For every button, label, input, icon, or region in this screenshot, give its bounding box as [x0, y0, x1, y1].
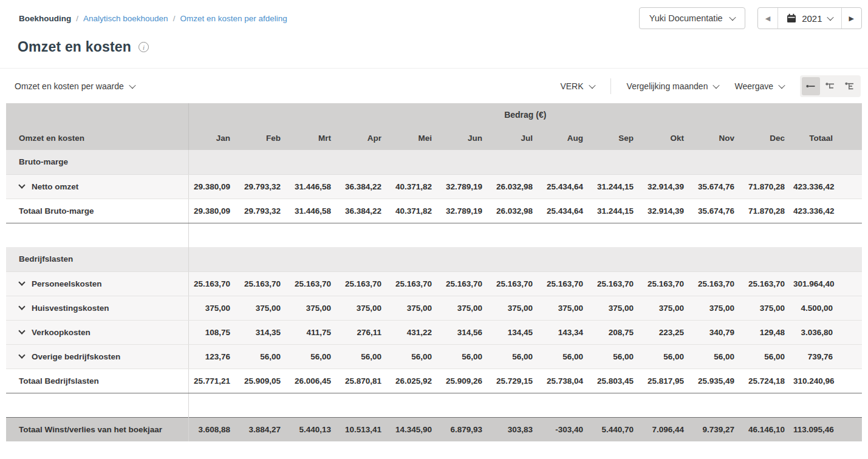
- row-label: Bedrijfslasten: [6, 247, 188, 271]
- cell-value: 56,00: [743, 344, 793, 369]
- cell-value: 431,22: [390, 320, 440, 344]
- amount-group-header: Bedrag (€): [188, 103, 862, 126]
- chevron-down-icon[interactable]: [18, 303, 25, 310]
- previous-year-button[interactable]: ◀: [758, 8, 777, 29]
- chevron-down-icon: [827, 14, 833, 21]
- cell-value: 5.440,13: [289, 417, 340, 441]
- row-label: Huisvestingskosten: [6, 296, 188, 320]
- table-row: Netto omzet29.380,0929.793,3231.446,5836…: [6, 174, 862, 199]
- table-row: Bedrijfslasten: [6, 247, 862, 271]
- chevron-down-icon[interactable]: [18, 279, 25, 285]
- toolbar: Omzet en kosten per waarde VERK Vergelij…: [0, 68, 868, 103]
- toolbar-divider: [610, 78, 611, 94]
- spacer-row: [6, 393, 862, 417]
- comparison-dropdown[interactable]: Vergelijking maanden: [627, 81, 719, 91]
- cell-value: 113.095,46: [793, 417, 862, 441]
- breadcrumb-item-boekhouding[interactable]: Boekhouding: [19, 14, 71, 23]
- cell-value: [188, 223, 239, 247]
- report-type-dropdown-label: Omzet en kosten per waarde: [15, 81, 124, 91]
- chevron-down-icon[interactable]: [18, 327, 25, 334]
- cell-value: 56,00: [692, 344, 743, 369]
- chevron-down-icon[interactable]: [18, 182, 25, 188]
- cell-value: 3.884,27: [239, 417, 289, 441]
- cell-value: 25.163,70: [541, 271, 592, 296]
- cell-value: 375,00: [642, 296, 692, 320]
- cell-value: 29.380,09: [188, 199, 239, 223]
- chevron-down-icon: [713, 81, 720, 88]
- cell-value: [692, 393, 743, 417]
- next-year-button[interactable]: ▶: [841, 8, 861, 29]
- cell-value: 208,75: [592, 320, 642, 344]
- cell-value: 6.879,93: [440, 417, 491, 441]
- cell-value: 56,00: [491, 344, 541, 369]
- cell-value: 25.163,70: [743, 271, 793, 296]
- cell-value: 25.935,49: [692, 369, 743, 393]
- administration-dropdown[interactable]: Yuki Documentatie: [639, 7, 745, 29]
- breadcrumb-item-analytisch-boekhouden[interactable]: Analytisch boekhouden: [83, 14, 168, 23]
- cell-value: 5.440,70: [592, 417, 642, 441]
- cell-value: [491, 150, 541, 174]
- revenue-costs-table: Bedrag (€) Omzet en kosten JanFebMrtAprM…: [6, 103, 862, 441]
- cell-value: -303,40: [541, 417, 592, 441]
- cell-value: 26.032,98: [491, 174, 541, 199]
- chevron-down-icon: [589, 81, 595, 88]
- cell-value: 7.096,44: [642, 417, 692, 441]
- chevron-down-icon: [129, 81, 135, 88]
- row-label: Verkoopkosten: [6, 320, 188, 344]
- cell-value: 25.163,70: [289, 271, 340, 296]
- cell-value: [289, 223, 340, 247]
- cell-value: [289, 393, 340, 417]
- cell-value: 31.446,58: [289, 174, 340, 199]
- chevron-down-icon[interactable]: [18, 352, 25, 358]
- column-header-jan: Jan: [188, 126, 239, 150]
- cell-value: 26.025,92: [390, 369, 440, 393]
- cell-value: 25.738,04: [541, 369, 592, 393]
- cell-value: 3.608,88: [188, 417, 239, 441]
- row-label: [6, 223, 188, 247]
- expand-level-1-button[interactable]: [802, 77, 820, 95]
- cell-value: 32.914,39: [642, 174, 692, 199]
- view-dropdown[interactable]: Weergave: [734, 81, 784, 91]
- cell-value: 46.146,10: [743, 417, 793, 441]
- table-row: Personeelskosten25.163,7025.163,7025.163…: [6, 271, 862, 296]
- cell-value: 375,00: [491, 296, 541, 320]
- cell-value: 223,25: [642, 320, 692, 344]
- table-row: Totaal Bruto-marge29.380,0929.793,3231.4…: [6, 199, 862, 223]
- report-type-dropdown[interactable]: Omzet en kosten per waarde: [15, 81, 135, 91]
- column-header-dec: Dec: [743, 126, 793, 150]
- row-label: Netto omzet: [6, 174, 188, 199]
- cell-value: [743, 150, 793, 174]
- breadcrumb-item-omzet-en-kosten-per-afdeling[interactable]: Omzet en kosten per afdeling: [180, 14, 287, 23]
- cell-value: [642, 150, 692, 174]
- cell-value: 375,00: [289, 296, 340, 320]
- year-dropdown[interactable]: 2021: [777, 8, 841, 29]
- cell-value: 56,00: [239, 344, 289, 369]
- cell-value: 303,83: [491, 417, 541, 441]
- expand-level-2-button[interactable]: [821, 77, 839, 95]
- cell-value: 56,00: [592, 344, 642, 369]
- expand-level-1-icon: [805, 82, 816, 90]
- breadcrumb: Boekhouding / Analytisch boekhouden / Om…: [19, 14, 287, 23]
- column-header-sep: Sep: [592, 126, 642, 150]
- info-icon[interactable]: i: [138, 42, 149, 52]
- cell-value: [188, 393, 239, 417]
- column-header-jun: Jun: [440, 126, 491, 150]
- cell-value: [541, 393, 592, 417]
- cell-value: 32.789,19: [440, 199, 491, 223]
- row-label: Totaal Bruto-marge: [6, 199, 188, 223]
- label-column-header: Omzet en kosten: [6, 126, 188, 150]
- cell-value: 9.739,27: [692, 417, 743, 441]
- cell-value: [793, 223, 862, 247]
- expand-level-3-button[interactable]: [841, 77, 859, 95]
- cell-value: [793, 247, 862, 271]
- cell-value: [289, 150, 340, 174]
- verk-dropdown[interactable]: VERK: [560, 81, 594, 91]
- cell-value: 31.244,15: [592, 174, 642, 199]
- cell-value: 25.163,70: [340, 271, 390, 296]
- cell-value: [188, 247, 239, 271]
- calendar-icon: [787, 13, 796, 23]
- column-header-okt: Okt: [642, 126, 692, 150]
- year-label: 2021: [802, 13, 822, 24]
- column-header-mrt: Mrt: [289, 126, 340, 150]
- year-selector: ◀ 2021 ▶: [757, 7, 862, 29]
